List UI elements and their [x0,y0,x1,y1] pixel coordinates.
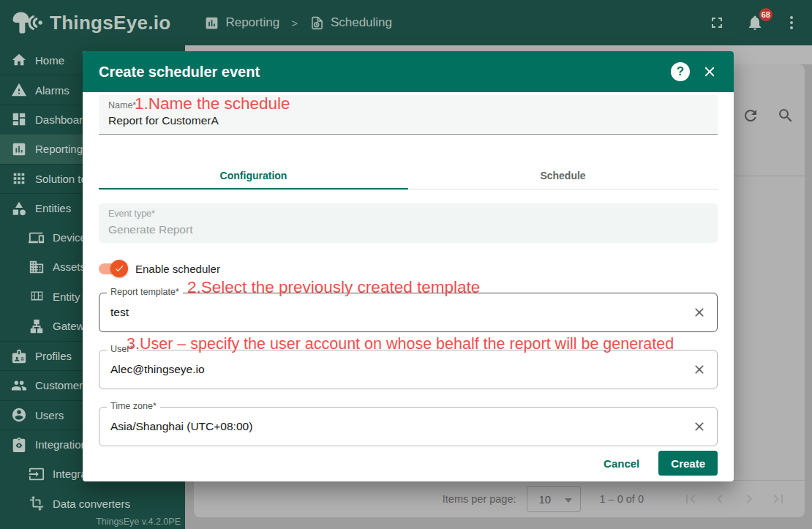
badge-icon [11,348,27,364]
transform-icon [29,495,45,511]
close-icon[interactable] [702,64,718,80]
clear-timezone-icon[interactable] [692,419,707,434]
notifications-bell-icon[interactable]: 68 [746,14,764,31]
reporting-icon [11,141,27,157]
annotation-2: 2.Select the previously created template [187,278,480,297]
devices-icon [29,230,45,246]
domain-icon [29,259,45,275]
breadcrumb: Reporting>Scheduling [204,15,392,31]
toggle-check-icon [110,260,128,277]
user-field-value: Alec@thingseye.io [110,363,205,376]
cancel-button[interactable]: Cancel [604,457,639,470]
tab-schedule[interactable]: Schedule [408,162,718,189]
sidebar-item-label: Users [35,409,64,421]
account-icon [11,407,27,423]
sidebar-item-label: Home [35,54,64,67]
sidebar-item-label: Alarms [35,84,69,97]
breadcrumb-separator: > [291,17,298,29]
dialog-tabs: ConfigurationSchedule [99,162,718,190]
report-template-field[interactable]: Report template* test [99,293,718,332]
logo-text: ThingsEye.io [50,12,170,34]
scheduling-icon [309,15,325,31]
annotation-1: 1.Name the schedule [135,94,290,113]
help-icon[interactable]: ? [671,62,690,81]
paginator: Items per page: 10 1 – 0 of 0 [194,480,805,517]
report-template-value: test [110,306,129,319]
sidebar-item-label: Profiles [35,350,72,362]
enable-scheduler-toggle[interactable] [99,262,126,275]
first-page-button[interactable] [676,489,705,509]
breadcrumb-label: Scheduling [331,15,392,30]
sidebar-item-label: Customers [35,379,89,391]
header-actions: 68 [708,0,799,45]
thingseye-logo[interactable]: ThingsEye.io [10,9,170,37]
dashboards-icon [11,111,27,127]
next-page-button[interactable] [734,489,764,509]
last-page-button[interactable] [764,489,793,509]
timezone-field-label: Time zone* [107,401,160,411]
refresh-icon[interactable] [742,107,759,124]
top-header: ThingsEye.io Reporting>Scheduling 68 [0,0,812,45]
select-caret-icon [565,498,572,503]
category-icon [11,200,27,217]
timezone-field-value: Asia/Shanghai (UTC+08:00) [110,420,252,433]
previous-page-button[interactable] [705,489,734,509]
sidebar-item-label: Assets [53,260,86,273]
notification-badge: 68 [759,8,772,21]
thingseye-logo-icon [10,9,44,37]
integration-icon [11,437,27,453]
sidebar-item-data-converters[interactable]: Data converters [0,489,185,518]
dialog-title: Create scheduler event [99,64,260,80]
items-per-page-label: Items per page: [443,493,516,505]
name-field-value: Report for CustomerA [108,114,219,127]
app-version-label: ThingsEye v.4.2.0PE [96,517,181,527]
sidebar-item-label: Data converters [53,498,130,510]
input-icon [29,466,45,482]
page-size-value: 10 [539,493,552,506]
more-menu-icon[interactable] [784,14,799,31]
lan-icon [29,318,45,334]
breadcrumb-label: Reporting [225,15,279,30]
name-field-label: Name* [108,100,136,110]
people-icon [11,378,27,394]
quilt-icon [29,288,45,304]
create-button[interactable]: Create [658,451,718,476]
warning-icon [11,82,27,98]
create-scheduler-event-dialog: Create scheduler event ? Name* Report fo… [83,51,734,481]
annotation-3: 3.User – specify the user account on who… [127,335,674,353]
enable-scheduler-label: Enable scheduler [135,263,220,275]
sidebar-item-label: Entities [35,202,71,214]
sidebar-item-label: Reporting [35,143,83,155]
clear-user-icon[interactable] [692,362,707,377]
event-type-value: Generate Report [108,223,192,236]
timezone-field[interactable]: Time zone* Asia/Shanghai (UTC+08:00) [99,407,718,446]
breadcrumb-item-scheduling[interactable]: Scheduling [309,15,392,31]
breadcrumb-item-reporting[interactable]: Reporting [204,15,279,31]
search-icon[interactable] [777,107,794,124]
event-type-label: Event type* [108,209,155,219]
dialog-header: Create scheduler event ? [83,51,734,92]
reporting-icon [204,15,219,31]
home-icon [11,52,27,68]
apps-icon [11,170,27,187]
dialog-actions: Cancel Create [604,451,718,476]
user-field[interactable]: User* Alec@thingseye.io [99,350,718,389]
event-type-field: Event type* Generate Report [99,203,718,243]
tab-configuration[interactable]: Configuration [99,162,408,189]
enable-scheduler-row: Enable scheduler [99,259,220,278]
fullscreen-icon[interactable] [708,14,726,31]
page-size-select[interactable]: 10 [527,486,581,512]
clear-report-template-icon[interactable] [692,305,707,320]
report-template-label: Report template* [107,287,183,297]
app-screen: ThingsEye.io Reporting>Scheduling 68 Hom… [0,0,812,529]
page-range-label: 1 – 0 of 0 [600,493,644,505]
